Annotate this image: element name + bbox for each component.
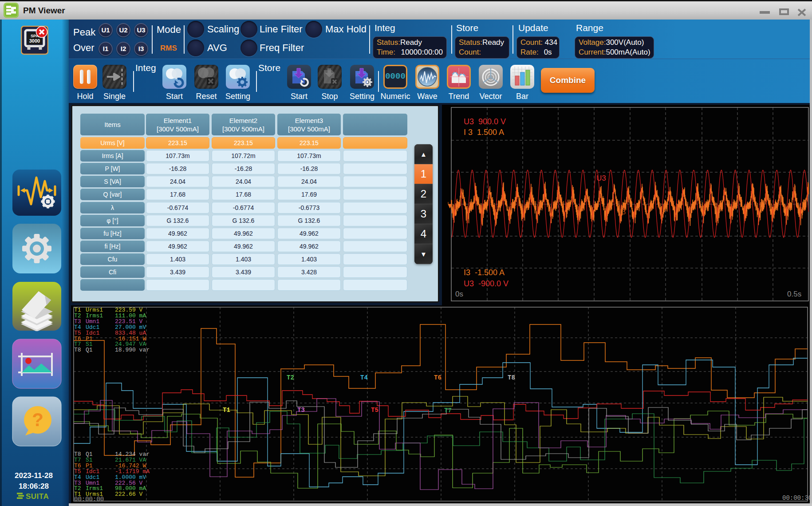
svg-text:SUITA: SUITA [26, 492, 49, 501]
svg-text:?: ? [32, 409, 43, 430]
svg-text:3000: 3000 [29, 38, 40, 43]
